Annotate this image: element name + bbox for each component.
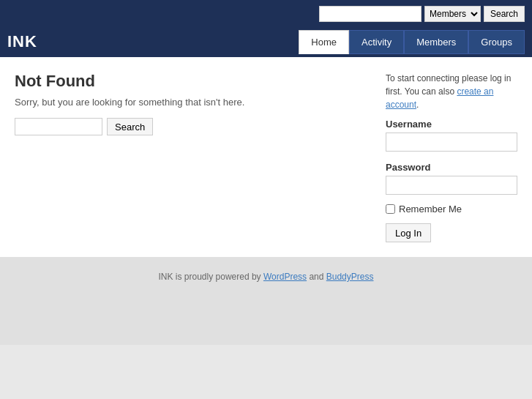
site-footer: INK is proudly powered by WordPress and … <box>0 257 532 345</box>
footer-prefix: INK is proudly powered by <box>159 272 263 282</box>
remember-me-label: Remember Me <box>399 204 462 215</box>
not-found-message: Sorry, but you are looking for something… <box>15 97 356 108</box>
buddypress-link[interactable]: BuddyPress <box>326 272 374 282</box>
page-search-button[interactable]: Search <box>107 118 153 135</box>
header-search-dropdown[interactable]: Members Groups Posts <box>424 6 481 22</box>
username-input[interactable] <box>386 133 517 152</box>
header-main-bar: INK Home Activity Members Groups <box>0 26 532 57</box>
page-search-form: Search <box>15 118 356 135</box>
remember-me-checkbox[interactable] <box>386 204 395 214</box>
main-content: Not Found Sorry, but you are looking for… <box>7 72 364 242</box>
sidebar-intro-suffix: . <box>416 100 419 110</box>
main-nav: Home Activity Members Groups <box>299 30 525 54</box>
nav-item-groups[interactable]: Groups <box>468 30 525 54</box>
username-label: Username <box>386 119 517 130</box>
remember-me-row: Remember Me <box>386 204 517 215</box>
nav-item-home[interactable]: Home <box>299 30 349 54</box>
header-search-input[interactable] <box>319 6 422 22</box>
page-search-input[interactable] <box>15 118 102 135</box>
password-label: Password <box>386 162 517 173</box>
sidebar: To start connecting please log in first.… <box>378 72 525 242</box>
nav-item-members[interactable]: Members <box>404 30 468 54</box>
footer-text: INK is proudly powered by WordPress and … <box>159 272 374 282</box>
header-top-bar: Members Groups Posts Search <box>0 0 532 26</box>
footer-middle: and <box>307 272 326 282</box>
sidebar-intro: To start connecting please log in first.… <box>386 72 517 111</box>
login-button[interactable]: Log In <box>386 223 431 242</box>
content-area: Not Found Sorry, but you are looking for… <box>0 57 532 257</box>
not-found-title: Not Found <box>15 72 356 91</box>
password-input[interactable] <box>386 176 517 195</box>
site-title: INK <box>7 26 37 57</box>
wordpress-link[interactable]: WordPress <box>263 272 307 282</box>
header-search-button[interactable]: Search <box>484 6 525 22</box>
site-header: Members Groups Posts Search INK Home Act… <box>0 0 532 57</box>
nav-item-activity[interactable]: Activity <box>349 30 404 54</box>
